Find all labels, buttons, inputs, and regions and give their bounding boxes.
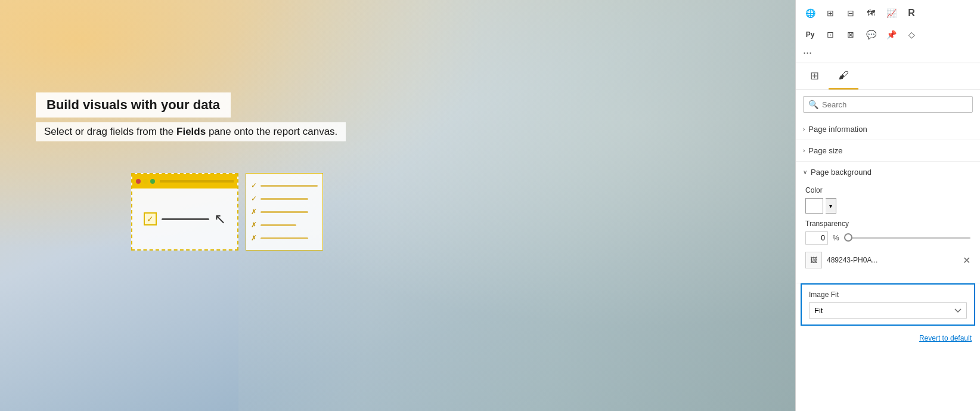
toolbar-icon-map[interactable]: 🗺 <box>861 4 880 23</box>
report-canvas: Build visuals with your data Select or d… <box>0 0 795 411</box>
color-dropdown-button[interactable]: ▾ <box>826 198 836 214</box>
toolbar-row-2: Py ⊡ ⊠ 💬 📌 ◇ <box>801 25 975 44</box>
illus-row-3: ✗ <box>251 208 318 216</box>
subtitle-suffix: pane onto the report canvas. <box>206 126 337 137</box>
image-file-name: 489243-PH0A... <box>827 256 958 264</box>
illus-dot-green <box>150 179 155 184</box>
section-label-page-background: Page background <box>811 168 872 177</box>
color-label: Color <box>805 186 970 194</box>
toolbar-icon-table1[interactable]: ⊞ <box>821 4 840 23</box>
illus-check-1: ✓ <box>251 181 257 190</box>
subtitle-bold: Fields <box>176 126 206 137</box>
image-file-row: 🖼 489243-PH0A... ✕ <box>805 252 970 268</box>
toolbar-icon-diamond[interactable]: ◇ <box>902 25 921 44</box>
panel-toolbar: 🌐 ⊞ ⊟ 🗺 📈 R Py ⊡ ⊠ 💬 📌 ◇ ··· <box>796 0 980 63</box>
tab-visuals[interactable]: ⊞ <box>801 63 829 89</box>
search-icon: 🔍 <box>808 100 818 109</box>
transparency-row: % <box>805 231 970 245</box>
illus-check-5: ✗ <box>251 234 257 242</box>
toolbar-icon-chart[interactable]: 📈 <box>882 4 901 23</box>
transparency-slider-track[interactable] <box>844 237 970 239</box>
toolbar-icon-box1[interactable]: ⊠ <box>841 25 860 44</box>
transparency-label: Transparency <box>805 220 970 228</box>
illus-check-2: ✓ <box>251 194 257 203</box>
illus-line <box>162 218 209 220</box>
toolbar-row-1: 🌐 ⊞ ⊟ 🗺 📈 R <box>801 4 975 23</box>
transparency-slider-thumb[interactable] <box>844 233 852 242</box>
section-page-information: › Page information <box>796 119 980 140</box>
toolbar-icon-grid[interactable]: ⊡ <box>821 25 840 44</box>
toolbar-icon-py[interactable]: Py <box>801 25 820 44</box>
color-control: Color ▾ <box>805 186 970 214</box>
image-file-close-button[interactable]: ✕ <box>963 255 970 266</box>
toolbar-icon-r[interactable]: R <box>902 4 921 23</box>
toolbar-icon-globe[interactable]: 🌐 <box>801 4 820 23</box>
illus-cursor: ↖ <box>214 211 226 227</box>
illus-hline-1 <box>260 185 318 187</box>
section-page-size: › Page size <box>796 140 980 162</box>
image-file-icon: 🖼 <box>805 252 822 268</box>
illus-hline-5 <box>260 237 308 239</box>
search-input[interactable] <box>822 100 967 109</box>
panel-search-box[interactable]: 🔍 <box>803 96 973 113</box>
toolbar-icon-pin[interactable]: 📌 <box>882 25 901 44</box>
image-fit-section: Image Fit Fit Fill Normal Tile <box>801 283 975 326</box>
illus-dot-yellow <box>143 179 148 184</box>
image-fit-label: Image Fit <box>809 291 967 299</box>
toolbar-icon-comment[interactable]: 💬 <box>861 25 880 44</box>
illustration-right-box: ✓ ✓ ✗ ✗ ✗ <box>246 173 323 251</box>
canvas-illustration: ✓ ↖ ✓ ✓ ✗ ✗ ✗ <box>131 173 323 251</box>
toolbar-icon-table2[interactable]: ⊟ <box>841 4 860 23</box>
section-label-page-information: Page information <box>808 125 867 134</box>
illus-hline-2 <box>260 198 308 200</box>
canvas-subtitle: Select or drag fields from the Fields pa… <box>36 122 346 141</box>
transparency-control: Transparency % <box>805 220 970 245</box>
canvas-title: Build visuals with your data <box>36 92 231 118</box>
illus-hline-3 <box>260 211 308 213</box>
chevron-page-information: › <box>803 126 805 132</box>
illus-row-2: ✓ <box>251 194 318 203</box>
transparency-input[interactable] <box>805 231 828 245</box>
illustration-left-box: ✓ ↖ <box>131 173 238 251</box>
color-swatch[interactable] <box>805 198 823 214</box>
canvas-content-area: Build visuals with your data Select or d… <box>36 92 346 141</box>
color-picker-row: ▾ <box>805 198 970 214</box>
format-panel: 🌐 ⊞ ⊟ 🗺 📈 R Py ⊡ ⊠ 💬 📌 ◇ ··· ⊞ 🖌 🔍 › Pag… <box>795 0 980 411</box>
percent-label: % <box>833 234 839 242</box>
illus-checkbox: ✓ <box>144 212 157 225</box>
page-background-content: Color ▾ Transparency % 🖼 <box>796 183 980 283</box>
illus-row-5: ✗ <box>251 234 318 242</box>
section-label-page-size: Page size <box>808 146 842 155</box>
panel-tabs: ⊞ 🖌 <box>796 63 980 90</box>
illus-dot-red <box>136 179 141 184</box>
illus-row-1: ✓ <box>251 181 318 190</box>
illus-bar-line <box>160 180 234 183</box>
chevron-page-size: › <box>803 147 805 154</box>
image-fit-select[interactable]: Fit Fill Normal Tile <box>809 302 967 319</box>
chevron-page-background: ∨ <box>803 169 807 175</box>
illus-check-4: ✗ <box>251 221 257 229</box>
illus-hline-4 <box>260 224 296 226</box>
toolbar-more-dots[interactable]: ··· <box>801 47 975 59</box>
section-header-page-background[interactable]: ∨ Page background <box>796 162 980 183</box>
section-header-page-size[interactable]: › Page size <box>796 140 980 161</box>
illus-checkbox-area: ✓ ↖ <box>139 206 231 232</box>
section-page-background: ∨ Page background Color ▾ Transparency % <box>796 162 980 283</box>
illus-check-3: ✗ <box>251 208 257 216</box>
illustration-top-bar <box>132 174 237 188</box>
revert-to-default-link[interactable]: Revert to default <box>796 330 980 348</box>
illus-row-4: ✗ <box>251 221 318 229</box>
section-header-page-information[interactable]: › Page information <box>796 119 980 140</box>
subtitle-prefix: Select or drag fields from the <box>44 126 176 137</box>
tab-format[interactable]: 🖌 <box>829 63 858 89</box>
